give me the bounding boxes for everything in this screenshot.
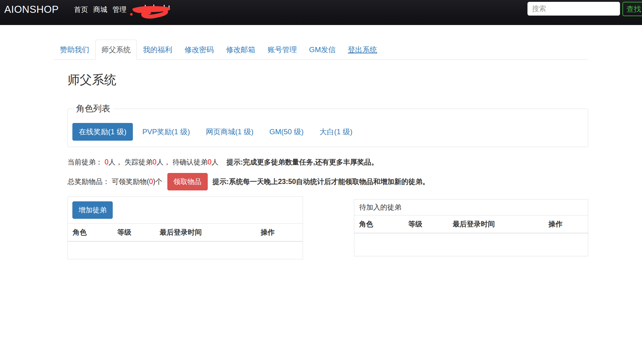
character-list-fieldset: 角色列表 在线奖励(1 级) PVP奖励(1 级) 网页商城(1 级) GM(5… [67,103,588,147]
tab-master-system[interactable]: 师父系统 [95,40,137,60]
column-header-role: 角色 [68,224,112,242]
tab-sponsor[interactable]: 赞助我们 [54,40,95,60]
pending-panel-title: 待加入的徒弟 [354,200,588,215]
apprentice-table: 角色 等级 最后登录时间 操作 [68,223,303,259]
claim-items-button[interactable]: 领取物品 [167,173,208,190]
missing-apprentice-count: 0 [153,158,157,166]
pending-panel: 待加入的徒弟 角色 等级 最后登录时间 操作 [354,199,588,256]
brand-logo[interactable]: AIONSHOP [4,4,59,15]
tab-change-password[interactable]: 修改密码 [178,40,220,60]
reward-tip: 提示:系统每一天晚上23:50自动统计后才能领取物品和增加新的徒弟。 [213,177,429,186]
character-tab-gm[interactable]: GM(50 级) [263,123,310,141]
character-pills: 在线奖励(1 级) PVP奖励(1 级) 网页商城(1 级) GM(50 级) … [72,123,583,141]
tab-account-management[interactable]: 账号管理 [261,40,303,60]
page-title: 师父系统 [67,71,588,88]
character-tab-pvp-reward[interactable]: PVP奖励(1 级) [136,123,196,141]
column-header-role: 角色 [354,215,403,233]
stats-tip: 提示:完成更多徒弟数量任务,还有更多丰厚奖品。 [227,158,378,166]
stats-prefix: 当前徒弟： [67,158,104,166]
tab-bar: 赞助我们 师父系统 我的福利 修改密码 修改邮箱 账号管理 GM发信 登出系统 [54,40,588,60]
tab-content: 师父系统 角色列表 在线奖励(1 级) PVP奖励(1 级) 网页商城(1 级)… [54,71,588,259]
column-header-level: 等级 [112,224,155,242]
claimable-reward-count: 0 [149,178,153,186]
apprentice-stats-line: 当前徒弟： 0人， 失踪徒弟0人， 待确认徒弟0人提示:完成更多徒弟数量任务,还… [67,157,588,167]
nav-item-shop[interactable]: 商城 [93,4,108,16]
column-header-last-login: 最后登录时间 [448,215,544,233]
main-container: 赞助我们 师父系统 我的福利 修改密码 修改邮箱 账号管理 GM发信 登出系统 … [54,40,588,259]
current-apprentice-count: 0 [104,158,108,166]
tab-logout[interactable]: 登出系统 [342,40,383,60]
add-apprentice-button[interactable]: 增加徒弟 [72,201,113,219]
empty-table-row [354,233,588,256]
navbar-search-area: 查找 [527,2,642,16]
empty-table-row [68,241,303,259]
tab-change-email[interactable]: 修改邮箱 [220,40,261,60]
column-header-last-login: 最后登录时间 [155,224,256,242]
tab-my-benefits[interactable]: 我的福利 [137,40,178,60]
pending-table-header-row: 角色 等级 最后登录时间 操作 [354,215,588,233]
tables-row: 增加徒弟 角色 等级 最后登录时间 操作 [67,196,588,259]
column-header-action: 操作 [256,224,303,242]
character-tab-dabai[interactable]: 大白(1 级) [313,123,359,141]
apprentice-panel: 增加徒弟 角色 等级 最后登录时间 操作 [67,196,303,259]
nav-links: 首页 商城 管理 [73,4,127,16]
redaction-scribble-icon [129,1,183,19]
column-header-action: 操作 [544,215,588,233]
nav-item-home[interactable]: 首页 [73,4,89,16]
reward-line: 总奖励物品： 可领奖励物(0)个 领取物品 提示:系统每一天晚上23:50自动统… [67,173,588,190]
apprentice-table-header-row: 角色 等级 最后登录时间 操作 [68,224,303,242]
tab-gm-mail[interactable]: GM发信 [303,40,342,60]
pending-apprentice-count: 0 [208,158,212,166]
navbar: AIONSHOP 首页 商城 管理 查找 [0,0,642,25]
character-list-legend: 角色列表 [74,103,113,114]
character-tab-online-reward[interactable]: 在线奖励(1 级) [72,123,133,141]
character-tab-web-shop[interactable]: 网页商城(1 级) [199,123,260,141]
search-input[interactable] [527,2,620,16]
pending-table: 角色 等级 最后登录时间 操作 [354,215,588,256]
nav-item-admin[interactable]: 管理 [112,4,127,16]
apprentice-panel-toolbar: 增加徒弟 [68,197,303,223]
search-button[interactable]: 查找 [622,2,642,16]
column-header-level: 等级 [403,215,448,233]
